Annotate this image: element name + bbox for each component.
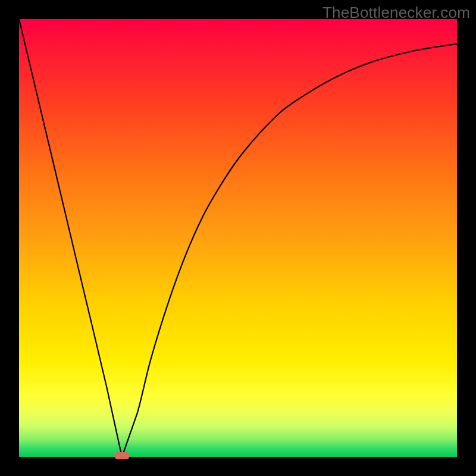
- minimum-marker: [114, 452, 130, 459]
- bottleneck-curve: [19, 19, 457, 457]
- plot-area: [19, 19, 457, 457]
- chart-frame: TheBottlenecker.com: [0, 0, 476, 476]
